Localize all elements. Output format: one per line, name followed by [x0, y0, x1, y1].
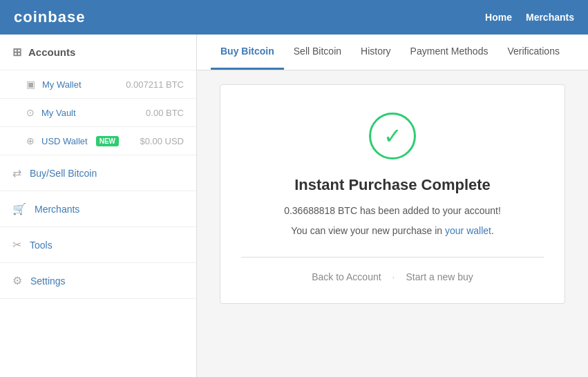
tools-icon: ✂ [12, 238, 21, 251]
wallet-text-after: . [491, 225, 494, 236]
new-badge: NEW [96, 136, 119, 146]
purchase-description: 0.36688818 BTC has been added to your ac… [241, 204, 544, 218]
vault-name: My Vault [41, 108, 76, 118]
wallet-name: My Wallet [42, 79, 82, 90]
sidebar-item-settings[interactable]: ⚙ Settings [0, 263, 196, 299]
sidebar-item-merchants[interactable]: 🛒 Merchants [0, 191, 196, 227]
settings-label: Settings [30, 276, 66, 287]
action-separator: · [392, 271, 395, 282]
main-layout: ⊞ Accounts ▣ My Wallet 0.007211 BTC ⊙ My… [0, 35, 588, 377]
sidebar-item-tools[interactable]: ✂ Tools [0, 227, 196, 263]
sidebar: ⊞ Accounts ▣ My Wallet 0.007211 BTC ⊙ My… [0, 35, 197, 377]
success-circle: ✓ [369, 113, 416, 160]
card-actions: Back to Account · Start a new buy [241, 271, 544, 282]
wallet-icon: ▣ [26, 79, 35, 90]
home-nav-link[interactable]: Home [485, 12, 512, 23]
header: coinbase Home Merchants [0, 0, 588, 35]
wallet-link[interactable]: your wallet [445, 225, 491, 236]
tab-verifications[interactable]: Verifications [497, 35, 569, 70]
main-content: Buy Bitcoin Sell Bitcoin History Payment… [197, 35, 588, 377]
tab-sell-bitcoin[interactable]: Sell Bitcoin [284, 35, 351, 70]
sidebar-item-buy-sell[interactable]: ⇄ Buy/Sell Bitcoin [0, 155, 196, 191]
tab-buy-bitcoin[interactable]: Buy Bitcoin [211, 35, 284, 70]
sidebar-accounts-header: ⊞ Accounts [0, 35, 196, 70]
usd-wallet-balance: $0.00 USD [140, 136, 184, 146]
sidebar-accounts-label: Accounts [28, 46, 75, 58]
tools-label: Tools [30, 240, 53, 251]
tabs-nav: Buy Bitcoin Sell Bitcoin History Payment… [197, 35, 588, 70]
tab-history[interactable]: History [351, 35, 401, 70]
merchants-label: Merchants [35, 204, 79, 215]
back-to-account-link[interactable]: Back to Account [312, 271, 381, 282]
sidebar-item-my-wallet[interactable]: ▣ My Wallet 0.007211 BTC [0, 70, 196, 99]
vault-icon: ⊙ [26, 107, 35, 118]
merchants-nav-link[interactable]: Merchants [526, 12, 574, 23]
sidebar-item-usd-wallet[interactable]: ⊕ USD Wallet NEW $0.00 USD [0, 127, 196, 155]
logo: coinbase [14, 8, 85, 26]
cart-icon: 🛒 [12, 202, 26, 215]
wallet-balance: 0.007211 BTC [126, 79, 184, 90]
purchase-complete-card: ✓ Instant Purchase Complete 0.36688818 B… [220, 84, 565, 304]
purchase-wallet-text: You can view your new purchase in your w… [241, 225, 544, 236]
header-nav: Home Merchants [485, 12, 574, 23]
gear-icon: ⚙ [12, 274, 22, 287]
buy-sell-label: Buy/Sell Bitcoin [30, 168, 97, 179]
vault-balance: 0.00 BTC [146, 108, 184, 118]
usd-icon: ⊕ [26, 135, 35, 146]
wallet-text-before: You can view your new purchase in [291, 225, 445, 236]
sidebar-item-my-vault[interactable]: ⊙ My Vault 0.00 BTC [0, 99, 196, 127]
tab-payment-methods[interactable]: Payment Methods [401, 35, 498, 70]
accounts-icon: ⊞ [12, 46, 21, 59]
card-container: ✓ Instant Purchase Complete 0.36688818 B… [197, 70, 588, 318]
card-divider [241, 257, 544, 258]
purchase-title: Instant Purchase Complete [241, 176, 544, 194]
usd-wallet-name: USD Wallet [41, 136, 88, 146]
start-new-buy-link[interactable]: Start a new buy [406, 271, 473, 282]
exchange-icon: ⇄ [12, 166, 21, 180]
checkmark-icon: ✓ [383, 125, 402, 147]
